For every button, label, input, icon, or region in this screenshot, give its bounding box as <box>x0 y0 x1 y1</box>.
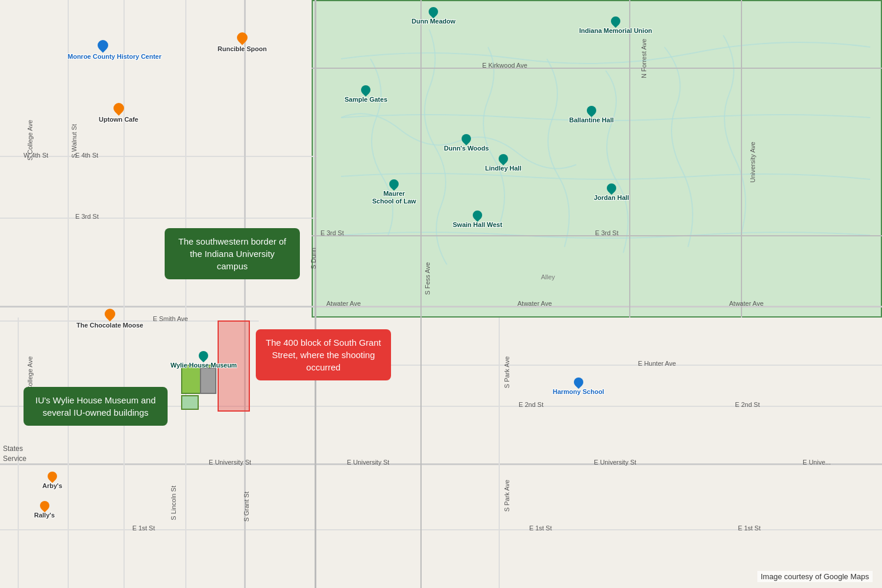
poi-arbys[interactable]: Arby's <box>42 472 62 489</box>
label-atwater-e: Atwater Ave <box>517 300 552 307</box>
poi-sample-gates-label: Sample Gates <box>345 96 387 103</box>
label-university-v: University Ave <box>749 142 756 183</box>
label-e4th: E 4th St <box>75 152 98 159</box>
label-college-n: S College Ave <box>26 120 34 161</box>
poi-dunns-woods-label: Dunn's Woods <box>444 145 489 152</box>
poi-dunn-meadow[interactable]: Dunn Meadow <box>412 7 456 25</box>
poi-uptown-label: Uptown Cafe <box>99 116 138 123</box>
poi-uptown[interactable]: Uptown Cafe <box>99 103 138 123</box>
poi-runcible[interactable]: Runcible Spoon <box>218 32 267 52</box>
label-atwater-far: Atwater Ave <box>729 300 764 307</box>
poi-indiana-memorial-label: Indiana Memorial Union <box>579 27 652 34</box>
street-kirkwood <box>312 68 882 69</box>
label-grant: S Grant St <box>243 492 250 522</box>
street-hunter <box>312 365 882 366</box>
states-service-label: StatesService <box>3 444 26 464</box>
poi-lindley-label: Lindley Hall <box>485 165 522 172</box>
label-e3rd-w: E 3rd St <box>75 213 99 220</box>
poi-jordan-label: Jordan Hall <box>594 194 629 201</box>
label-lincoln: S Lincoln St <box>170 486 177 520</box>
label-dunn: S Dunn <box>310 248 317 269</box>
poi-maurer[interactable]: MaurerSchool of Law <box>372 179 416 205</box>
label-1st-mid: E 1st St <box>529 524 552 532</box>
poi-chocolate-moose[interactable]: The Chocolate Moose <box>76 309 143 329</box>
label-1st-e: E 1st St <box>738 524 761 532</box>
poi-swain[interactable]: Swain Hall West <box>453 211 502 228</box>
street-university <box>0 463 882 465</box>
street-park-v <box>499 318 500 588</box>
label-fess: S Fess Ave <box>424 262 431 295</box>
street-lincoln-v <box>123 0 125 588</box>
label-kirkwood: E Kirkwood Ave <box>482 62 527 69</box>
label-1st-w: E 1st St <box>132 524 155 532</box>
alley-label: Alley <box>541 273 555 280</box>
poi-dunns-woods[interactable]: Dunn's Woods <box>444 134 489 152</box>
street-3rd-w <box>0 218 318 219</box>
poi-sample-gates[interactable]: Sample Gates <box>345 85 387 103</box>
street-walnut-v <box>68 0 69 588</box>
poi-chocolate-moose-label: The Chocolate Moose <box>76 322 143 329</box>
poi-runcible-label: Runcible Spoon <box>218 45 267 52</box>
street-university-v <box>741 0 742 318</box>
poi-wylie[interactable]: Wylie House Museum <box>171 351 237 369</box>
label-university-w: E University St <box>209 459 251 466</box>
street-dunn-v <box>315 0 316 588</box>
poi-swain-label: Swain Hall West <box>453 221 502 228</box>
map-container: Alley Monroe County History Center Runci… <box>0 0 882 588</box>
poi-monroe-county[interactable]: Monroe County History Center <box>68 40 138 61</box>
wylie-building-3 <box>200 368 216 394</box>
street-forrest-v <box>629 0 630 318</box>
map-attribution: Image courtesy of Google Maps <box>757 571 873 582</box>
label-university-e: E University St <box>594 459 636 466</box>
label-university-mid: E University St <box>347 459 389 466</box>
poi-lindley[interactable]: Lindley Hall <box>485 154 522 172</box>
street-walnut2-v <box>185 0 186 588</box>
campus-area <box>312 0 882 318</box>
poi-harmony[interactable]: Harmony School <box>553 377 604 395</box>
tooltip-wylie: IU's Wylie House Museum and several IU-o… <box>24 387 168 426</box>
label-park-s: S Park Ave <box>503 480 510 512</box>
poi-jordan[interactable]: Jordan Hall <box>594 183 629 201</box>
label-2nd-e: E 2nd St <box>735 401 760 408</box>
poi-indiana-memorial[interactable]: Indiana Memorial Union <box>579 16 652 34</box>
street-fess-v <box>420 0 422 588</box>
label-e3rd-mid: E 3rd St <box>320 229 344 236</box>
label-e3rd-e: E 3rd St <box>595 229 619 236</box>
wylie-building-2 <box>181 395 199 410</box>
label-park-n: S Park Ave <box>503 356 510 388</box>
poi-monroe-label: Monroe County History Center <box>68 53 138 61</box>
label-forrest: N Forrest Ave <box>640 39 647 78</box>
label-walnut: S Walnut St <box>71 124 78 158</box>
poi-ballantine[interactable]: Ballantine Hall <box>569 106 614 123</box>
poi-arbys-label: Arby's <box>42 482 62 489</box>
poi-ballantine-label: Ballantine Hall <box>569 116 614 123</box>
label-university-far: E Unive... <box>803 459 831 466</box>
label-2nd-mid: E 2nd St <box>519 401 543 408</box>
label-smith: E Smith Ave <box>153 315 188 322</box>
tooltip-shooting: The 400 block of South Grant Street, whe… <box>256 329 391 380</box>
label-atwater-mid: Atwater Ave <box>326 300 361 307</box>
tooltip-campus-border: The southwestern border of the Indiana U… <box>165 228 300 279</box>
poi-rallys[interactable]: Rally's <box>34 501 55 519</box>
poi-wylie-label: Wylie House Museum <box>171 362 237 369</box>
label-hunter: E Hunter Ave <box>638 360 676 367</box>
poi-maurer-label: MaurerSchool of Law <box>372 190 416 205</box>
poi-harmony-label: Harmony School <box>553 388 604 395</box>
poi-dunn-meadow-label: Dunn Meadow <box>412 18 456 25</box>
